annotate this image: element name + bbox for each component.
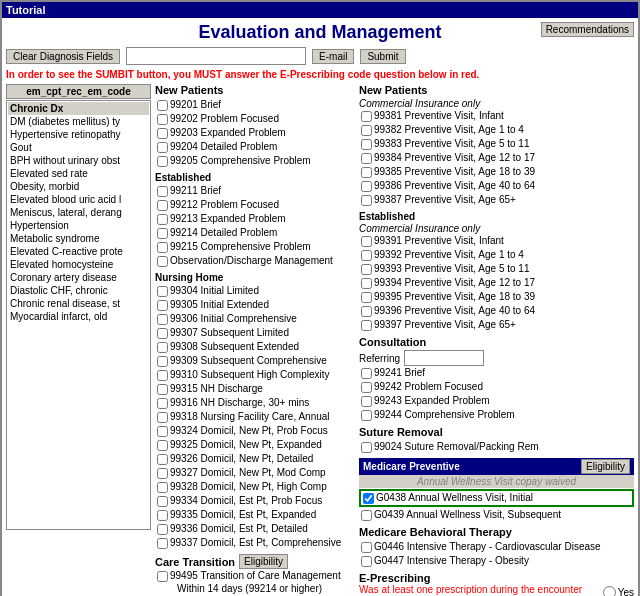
- code-item-99308[interactable]: 99308 Subsequent Extended: [155, 340, 355, 354]
- dx-item[interactable]: Coronary artery disease: [8, 271, 149, 284]
- referring-input[interactable]: [404, 350, 484, 366]
- code-checkbox-99337[interactable]: [157, 538, 168, 549]
- code-checkbox-99214[interactable]: [157, 228, 168, 239]
- code-item-99328[interactable]: 99328 Domicil, New Pt, High Comp: [155, 480, 355, 494]
- code-checkbox-99384[interactable]: [361, 153, 372, 164]
- dx-item[interactable]: Metabolic syndrome: [8, 232, 149, 245]
- code-item-99212[interactable]: 99212 Problem Focused: [155, 198, 355, 212]
- code-checkbox-99242[interactable]: [361, 382, 372, 393]
- code-item-99310[interactable]: 99310 Subsequent High Complexity: [155, 368, 355, 382]
- clear-diagnosis-button[interactable]: Clear Diagnosis Fields: [6, 49, 120, 64]
- code-checkbox-99205[interactable]: [157, 156, 168, 167]
- code-checkbox-99203[interactable]: [157, 128, 168, 139]
- code-item-99387[interactable]: 99387 Preventive Visit, Age 65+: [359, 193, 634, 207]
- code-item-99215[interactable]: 99215 Comprehensive Problem: [155, 240, 355, 254]
- code-checkbox-99213[interactable]: [157, 214, 168, 225]
- submit-button[interactable]: Submit: [360, 49, 405, 64]
- code-item-99334[interactable]: 99334 Domicil, Est Pt, Prob Focus: [155, 494, 355, 508]
- code-checkbox-99243[interactable]: [361, 396, 372, 407]
- code-checkbox-99215[interactable]: [157, 242, 168, 253]
- code-item-99383[interactable]: 99383 Preventive Visit, Age 5 to 11: [359, 137, 634, 151]
- code-checkbox-99202[interactable]: [157, 114, 168, 125]
- code-checkbox-99391[interactable]: [361, 236, 372, 247]
- code-checkbox-99385[interactable]: [361, 167, 372, 178]
- code-item-99393[interactable]: 99393 Preventive Visit, Age 5 to 11: [359, 262, 634, 276]
- dx-item[interactable]: Elevated C-reactive prote: [8, 245, 149, 258]
- code-item-99316[interactable]: 99316 NH Discharge, 30+ mins: [155, 396, 355, 410]
- code-checkbox-99393[interactable]: [361, 264, 372, 275]
- code-checkbox-99328[interactable]: [157, 482, 168, 493]
- code-checkbox-99307[interactable]: [157, 328, 168, 339]
- code-item-99214[interactable]: 99214 Detailed Problem: [155, 226, 355, 240]
- code-item-99325[interactable]: 99325 Domicil, New Pt, Expanded: [155, 438, 355, 452]
- code-item-99384[interactable]: 99384 Preventive Visit, Age 12 to 17: [359, 151, 634, 165]
- code-item-99306[interactable]: 99306 Initial Comprehensive: [155, 312, 355, 326]
- code-item-99204[interactable]: 99204 Detailed Problem: [155, 140, 355, 154]
- code-checkbox-99382[interactable]: [361, 125, 372, 136]
- code-checkbox-99381[interactable]: [361, 111, 372, 122]
- code-checkbox-g0439[interactable]: [361, 510, 372, 521]
- code-item-99327[interactable]: 99327 Domicil, New Pt, Mod Comp: [155, 466, 355, 480]
- code-item-99382[interactable]: 99382 Preventive Visit, Age 1 to 4: [359, 123, 634, 137]
- code-item-99495[interactable]: 99495 Transition of Care Management: [155, 569, 355, 583]
- eprescribing-yes-label[interactable]: Yes: [603, 586, 634, 596]
- code-checkbox-99201[interactable]: [157, 100, 168, 111]
- code-item-99391[interactable]: 99391 Preventive Visit, Infant: [359, 234, 634, 248]
- code-item-99324[interactable]: 99324 Domicil, New Pt, Prob Focus: [155, 424, 355, 438]
- code-item-99241[interactable]: 99241 Brief: [359, 366, 634, 380]
- code-checkbox-99325[interactable]: [157, 440, 168, 451]
- code-item-99394[interactable]: 99394 Preventive Visit, Age 12 to 17: [359, 276, 634, 290]
- email-button[interactable]: E-mail: [312, 49, 354, 64]
- dx-item[interactable]: Myocardial infarct, old: [8, 310, 149, 323]
- code-item-99326[interactable]: 99326 Domicil, New Pt, Detailed: [155, 452, 355, 466]
- code-item-99304[interactable]: 99304 Initial Limited: [155, 284, 355, 298]
- code-item-99024[interactable]: 99024 Suture Removal/Packing Rem: [359, 440, 634, 454]
- code-item-99336[interactable]: 99336 Domicil, Est Pt, Detailed: [155, 522, 355, 536]
- code-item-99213[interactable]: 99213 Expanded Problem: [155, 212, 355, 226]
- code-checkbox-99495[interactable]: [157, 571, 168, 582]
- code-item-99211[interactable]: 99211 Brief: [155, 184, 355, 198]
- code-item-99385[interactable]: 99385 Preventive Visit, Age 18 to 39: [359, 165, 634, 179]
- code-item-99202[interactable]: 99202 Problem Focused: [155, 112, 355, 126]
- dx-item[interactable]: Diastolic CHF, chronic: [8, 284, 149, 297]
- code-checkbox-99309[interactable]: [157, 356, 168, 367]
- code-item-99396[interactable]: 99396 Preventive Visit, Age 40 to 64: [359, 304, 634, 318]
- code-checkbox-99212[interactable]: [157, 200, 168, 211]
- code-checkbox-99204[interactable]: [157, 142, 168, 153]
- code-checkbox-99334[interactable]: [157, 496, 168, 507]
- code-checkbox-99211[interactable]: [157, 186, 168, 197]
- code-checkbox-99316[interactable]: [157, 398, 168, 409]
- code-item-99201[interactable]: 99201 Brief: [155, 98, 355, 112]
- code-item-99381[interactable]: 99381 Preventive Visit, Infant: [359, 109, 634, 123]
- code-item-obs[interactable]: Observation/Discharge Management: [155, 254, 355, 268]
- code-checkbox-99244[interactable]: [361, 410, 372, 421]
- code-item-99203[interactable]: 99203 Expanded Problem: [155, 126, 355, 140]
- code-checkbox-99305[interactable]: [157, 300, 168, 311]
- code-item-99392[interactable]: 99392 Preventive Visit, Age 1 to 4: [359, 248, 634, 262]
- dx-item[interactable]: Obesity, morbid: [8, 180, 149, 193]
- dx-item[interactable]: DM (diabetes mellitus) ty: [8, 115, 149, 128]
- code-checkbox-99335[interactable]: [157, 510, 168, 521]
- code-checkbox-99336[interactable]: [157, 524, 168, 535]
- code-checkbox-99394[interactable]: [361, 278, 372, 289]
- dx-item[interactable]: Hypertensive retinopathy: [8, 128, 149, 141]
- code-checkbox-99318[interactable]: [157, 412, 168, 423]
- code-checkbox-g0438[interactable]: [363, 493, 374, 504]
- code-item-99386[interactable]: 99386 Preventive Visit, Age 40 to 64: [359, 179, 634, 193]
- code-checkbox-99304[interactable]: [157, 286, 168, 297]
- chronic-dx-box[interactable]: Chronic Dx DM (diabetes mellitus) ty Hyp…: [6, 100, 151, 530]
- diagnosis-input[interactable]: [126, 47, 306, 65]
- code-item-99205[interactable]: 99205 Comprehensive Problem: [155, 154, 355, 168]
- code-item-99309[interactable]: 99309 Subsequent Comprehensive: [155, 354, 355, 368]
- code-checkbox-g0446[interactable]: [361, 542, 372, 553]
- code-checkbox-99392[interactable]: [361, 250, 372, 261]
- dx-item[interactable]: Elevated blood uric acid l: [8, 193, 149, 206]
- code-item-99337[interactable]: 99337 Domicil, Est Pt, Comprehensive: [155, 536, 355, 550]
- code-item-99307[interactable]: 99307 Subsequent Limited: [155, 326, 355, 340]
- code-checkbox-99396[interactable]: [361, 306, 372, 317]
- code-item-99242[interactable]: 99242 Problem Focused: [359, 380, 634, 394]
- code-checkbox-99315[interactable]: [157, 384, 168, 395]
- code-checkbox-99327[interactable]: [157, 468, 168, 479]
- code-item-g0438[interactable]: G0438 Annual Wellness Visit, Initial: [361, 491, 632, 505]
- code-checkbox-99395[interactable]: [361, 292, 372, 303]
